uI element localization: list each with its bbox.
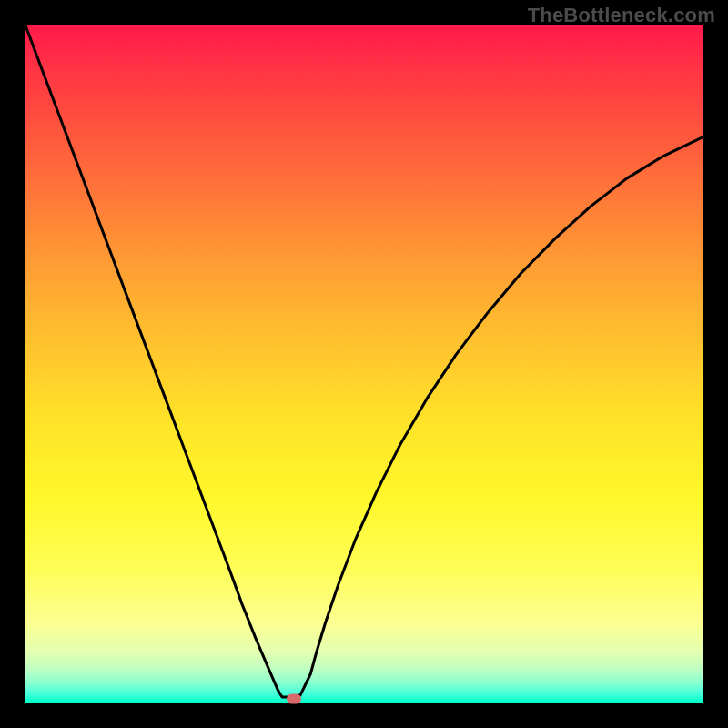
plot-area <box>25 25 703 703</box>
watermark-text: TheBottleneck.com <box>528 4 715 27</box>
curve-svg <box>25 25 703 703</box>
optimum-marker <box>287 693 301 703</box>
bottleneck-curve <box>25 25 703 697</box>
chart-frame: TheBottleneck.com <box>0 0 728 728</box>
